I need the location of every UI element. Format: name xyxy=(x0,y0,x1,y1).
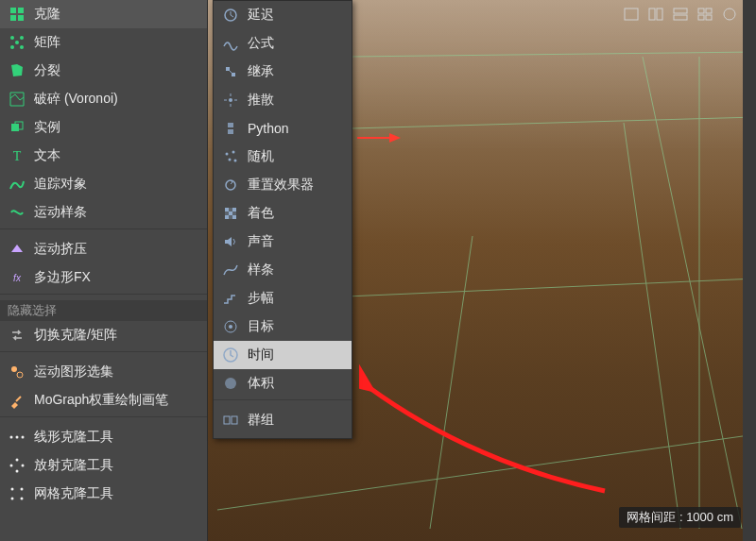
menu-item-label: 网格克降工具 xyxy=(34,485,201,502)
menu-item-voronoi[interactable]: 破碎 (Voronoi) xyxy=(0,85,207,113)
menu-item-fracture[interactable]: 分裂 xyxy=(0,57,207,85)
tracer-icon xyxy=(6,173,28,195)
menu-separator xyxy=(214,399,352,405)
submenu-item-label: 目标 xyxy=(248,318,346,335)
svg-point-26 xyxy=(20,36,24,40)
menu-separator xyxy=(0,416,207,422)
submenu-item-reset-effector[interactable]: 重置效果器 xyxy=(214,171,352,199)
menu-item-label: 克隆 xyxy=(34,6,201,23)
axis-x-arrow xyxy=(357,130,401,145)
svg-point-29 xyxy=(15,41,19,44)
submenu-item-step[interactable]: 步幅 xyxy=(214,284,352,313)
submenu-item-label: 公式 xyxy=(248,35,346,52)
menu-item-polyfx[interactable]: fx 多边形FX xyxy=(0,263,207,292)
menu-item-moselection[interactable]: 运动图形选集 xyxy=(0,358,207,386)
submenu-item-spline[interactable]: 样条 xyxy=(214,256,352,284)
menu-item-text[interactable]: T 文本 xyxy=(0,142,207,170)
menu-item-lineclone[interactable]: 线形克隆工具 xyxy=(0,423,207,451)
view-layout-3-icon[interactable] xyxy=(671,6,690,23)
svg-marker-30 xyxy=(11,64,23,76)
submenu-item-label: 样条 xyxy=(248,262,346,279)
svg-rect-12 xyxy=(657,8,662,20)
submenu-item-time[interactable]: 时间 xyxy=(214,341,352,369)
svg-rect-66 xyxy=(232,416,237,424)
formula-icon xyxy=(219,32,242,55)
menu-item-swap[interactable]: 切换克隆/矩阵 xyxy=(0,321,207,349)
python-icon xyxy=(219,117,242,140)
submenu-item-sound[interactable]: 声音 xyxy=(214,228,352,256)
submenu-item-label: Python xyxy=(248,121,346,136)
submenu-item-formula[interactable]: 公式 xyxy=(214,29,352,58)
view-layout-2-icon[interactable] xyxy=(646,6,665,23)
svg-rect-21 xyxy=(10,8,16,13)
submenu-item-label: 体积 xyxy=(248,375,346,392)
svg-point-35 xyxy=(11,366,17,372)
menu-item-instance[interactable]: 实例 xyxy=(0,113,207,142)
svg-point-53 xyxy=(234,160,237,162)
menu-item-label: 破碎 (Voronoi) xyxy=(34,91,201,108)
menu-item-clone[interactable]: 克隆 xyxy=(0,0,207,28)
submenu-item-inherit[interactable]: 继承 xyxy=(214,58,352,86)
menu-item-label: 文本 xyxy=(34,147,201,164)
svg-point-50 xyxy=(226,153,229,156)
svg-rect-18 xyxy=(706,15,712,20)
menu-item-gridclone[interactable]: 网格克降工具 xyxy=(0,480,207,508)
push-icon xyxy=(219,89,242,111)
mospline-icon xyxy=(6,201,28,224)
submenu-item-shader[interactable]: 着色 xyxy=(214,199,352,228)
menu-item-label: 放射克隆工具 xyxy=(34,457,201,474)
view-layout-1-icon[interactable] xyxy=(622,6,641,23)
svg-line-1 xyxy=(217,434,756,510)
view-layout-5-icon[interactable] xyxy=(720,6,739,23)
menu-item-radialclone[interactable]: 放射克隆工具 xyxy=(0,451,207,480)
view-layout-4-icon[interactable] xyxy=(696,6,714,23)
group-icon xyxy=(219,409,242,431)
svg-point-27 xyxy=(10,45,14,49)
svg-rect-14 xyxy=(674,15,687,20)
submenu-item-push[interactable]: 推散 xyxy=(214,86,352,114)
svg-line-3 xyxy=(350,52,756,57)
menu-item-label: 线形克隆工具 xyxy=(34,429,201,446)
viewport-layout-toolbar xyxy=(622,3,739,25)
menu-item-label: 运动样条 xyxy=(34,204,201,221)
instance-icon xyxy=(6,116,28,139)
submenu-item-volume[interactable]: 体积 xyxy=(214,369,352,397)
delay-icon xyxy=(219,4,242,26)
gridclone-icon xyxy=(6,482,28,505)
random-icon xyxy=(219,145,242,168)
svg-rect-59 xyxy=(225,215,229,219)
svg-rect-16 xyxy=(706,8,712,13)
svg-point-19 xyxy=(724,8,735,20)
menu-item-weightbrush[interactable]: MoGraph权重绘制画笔 xyxy=(0,386,207,414)
svg-rect-57 xyxy=(232,208,236,211)
submenu-item-random[interactable]: 随机 xyxy=(214,143,352,171)
inherit-icon xyxy=(219,60,242,83)
spline-icon xyxy=(219,259,242,281)
svg-rect-23 xyxy=(10,15,16,21)
submenu-item-target[interactable]: 目标 xyxy=(214,313,352,341)
svg-rect-56 xyxy=(225,208,229,211)
submenu-item-group[interactable]: 群组 xyxy=(214,406,352,434)
svg-marker-9 xyxy=(389,133,401,143)
svg-point-64 xyxy=(225,378,236,389)
lineclone-icon xyxy=(6,426,28,448)
menu-item-moextrude[interactable]: 运动挤压 xyxy=(0,235,207,263)
menu-separator xyxy=(0,294,207,299)
volume-icon xyxy=(219,372,242,395)
svg-point-44 xyxy=(11,488,14,491)
submenu-item-python[interactable]: Python xyxy=(214,114,352,143)
menu-item-tracer[interactable]: 追踪对象 xyxy=(0,170,207,198)
menu-item-mospline[interactable]: 运动样条 xyxy=(0,198,207,227)
svg-rect-24 xyxy=(18,15,24,21)
svg-text:T: T xyxy=(13,149,22,163)
menu-item-matrix[interactable]: 矩阵 xyxy=(0,28,207,57)
voronoi-icon xyxy=(6,88,28,110)
svg-text:fx: fx xyxy=(13,273,22,283)
submenu-item-label: 步幅 xyxy=(248,290,346,307)
submenu-item-delay[interactable]: 延迟 xyxy=(214,1,352,29)
svg-rect-60 xyxy=(232,215,236,219)
svg-line-6 xyxy=(430,236,472,529)
right-panel-edge xyxy=(743,0,756,541)
polyfx-icon: fx xyxy=(6,266,28,289)
svg-point-25 xyxy=(10,36,14,40)
